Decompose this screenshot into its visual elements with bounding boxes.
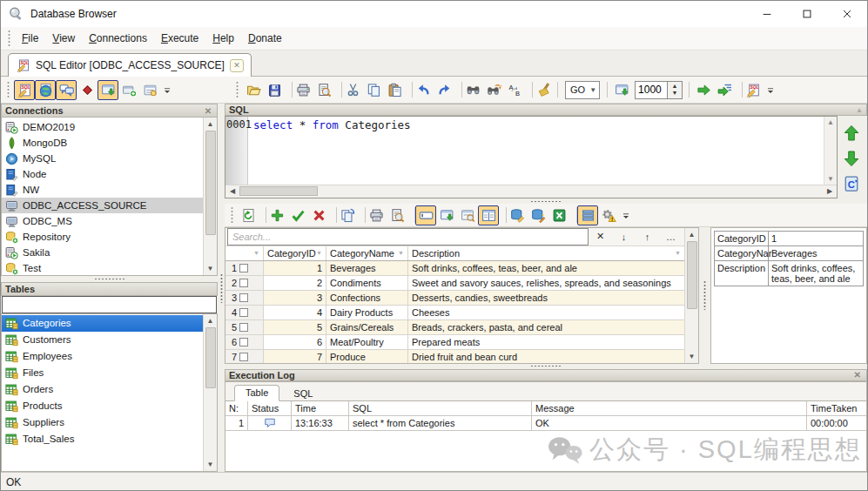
- row-checkbox[interactable]: [239, 308, 248, 317]
- print-preview-icon[interactable]: [313, 80, 334, 100]
- sql-editor-icon[interactable]: SQL: [14, 80, 35, 100]
- db-dump-icon[interactable]: [528, 205, 548, 225]
- row-checkbox[interactable]: [239, 264, 248, 272]
- close-icon[interactable]: ✕: [852, 370, 863, 380]
- execute-icon[interactable]: [693, 80, 714, 100]
- clean-broom-icon[interactable]: [533, 80, 554, 100]
- close-icon[interactable]: ✕: [203, 106, 213, 116]
- grid-row[interactable]: 4▶ 4 Dairy Products Cheeses: [225, 306, 684, 320]
- more-caret-icon[interactable]: [619, 205, 633, 225]
- editor-hscrollbar[interactable]: ◀ ▶: [225, 185, 837, 198]
- form-find-icon[interactable]: [457, 205, 478, 225]
- cell-categoryid[interactable]: 4: [264, 306, 326, 319]
- print-preview-icon[interactable]: [387, 205, 407, 225]
- find-next-icon[interactable]: [483, 80, 504, 100]
- cell-categoryname[interactable]: Grains/Cereals: [326, 320, 408, 334]
- grid-row[interactable]: 3▶ 3 Confections Desserts, candies, swee…: [225, 291, 684, 306]
- table-item[interactable]: Total_Sales: [2, 431, 203, 447]
- run-window-icon[interactable]: [611, 80, 632, 100]
- search-options-icon[interactable]: …: [659, 232, 683, 242]
- save-icon[interactable]: [264, 80, 285, 100]
- connections-scrollbar[interactable]: ▲ ▼: [203, 118, 217, 275]
- cell-description[interactable]: Soft drinks, coffees, teas, beer, and al…: [408, 261, 684, 275]
- column-header-categoryname[interactable]: CategoryName▼: [326, 246, 408, 260]
- vertical-splitter[interactable]: [218, 104, 225, 472]
- menu-item[interactable]: File: [15, 30, 45, 47]
- minimize-button[interactable]: [747, 1, 787, 27]
- row-checkbox[interactable]: [239, 293, 248, 302]
- textbox-icon[interactable]: [415, 205, 436, 225]
- move-up-icon[interactable]: [843, 124, 860, 142]
- cell-categoryid[interactable]: 5: [264, 320, 326, 334]
- menu-item[interactable]: View: [45, 30, 82, 47]
- execute-script-icon[interactable]: [714, 80, 735, 100]
- column-header-description[interactable]: Description▼: [408, 246, 684, 260]
- table-item[interactable]: Customers: [2, 332, 203, 348]
- connection-item[interactable]: Node: [2, 166, 203, 182]
- cell-description[interactable]: Dried fruit and bean curd: [408, 350, 684, 363]
- open-folder-icon[interactable]: [243, 80, 264, 100]
- table-filter-input[interactable]: [2, 296, 217, 313]
- table-item[interactable]: Suppliers: [2, 414, 203, 431]
- grid-row[interactable]: 5▶ 5 Grains/Cereals Breads, crackers, pa…: [225, 320, 684, 335]
- cell-description[interactable]: Prepared meats: [408, 335, 684, 349]
- table-item[interactable]: Employees: [2, 348, 203, 365]
- detail-row[interactable]: CategoryID 1: [715, 232, 863, 246]
- log-row[interactable]: 1 13:16:33 select * from Categories OK 0…: [225, 416, 866, 431]
- table-item[interactable]: Categories: [2, 315, 203, 332]
- connection-item[interactable]: MongoDB: [2, 135, 203, 151]
- paste-icon[interactable]: [384, 80, 405, 100]
- connection-item[interactable]: NW: [2, 182, 203, 198]
- cell-categoryname[interactable]: Beverages: [326, 261, 408, 275]
- grid-row[interactable]: 7▶ 7 Produce Dried fruit and bean curd: [225, 350, 684, 363]
- detail-row[interactable]: CategoryNar Beverages: [715, 246, 863, 261]
- move-down-icon[interactable]: [843, 150, 860, 167]
- cell-categoryname[interactable]: Produce: [326, 350, 408, 363]
- more-caret-icon[interactable]: [160, 80, 174, 100]
- log-tab[interactable]: SQL: [283, 387, 323, 401]
- breakpoint-icon[interactable]: [77, 80, 98, 100]
- connection-item[interactable]: MySQL: [2, 151, 203, 166]
- comments-icon[interactable]: [56, 80, 77, 100]
- sql-editor-icon[interactable]: SQL: [743, 80, 764, 100]
- search-input[interactable]: [227, 228, 589, 246]
- run-window-icon[interactable]: [98, 80, 118, 100]
- db-edit-icon[interactable]: [507, 205, 528, 225]
- search-clear-icon[interactable]: ✕: [589, 231, 612, 242]
- cell-categoryname[interactable]: Confections: [326, 291, 408, 305]
- panel-splitter[interactable]: [225, 198, 867, 205]
- redo-icon[interactable]: [434, 80, 454, 100]
- form-icon[interactable]: [139, 80, 160, 100]
- connection-item[interactable]: DEMO2019: [2, 119, 203, 135]
- cell-description[interactable]: Breads, crackers, pasta, and cereal: [408, 320, 684, 334]
- cell-categoryid[interactable]: 2: [264, 276, 326, 290]
- run-window-icon[interactable]: [436, 205, 457, 225]
- more-caret-icon[interactable]: [764, 80, 777, 100]
- cell-description[interactable]: Cheeses: [408, 306, 684, 319]
- connection-item[interactable]: Repository: [2, 229, 203, 245]
- tab-close-icon[interactable]: ✕: [230, 59, 244, 72]
- cell-categoryname[interactable]: Condiments: [326, 276, 408, 290]
- add-window-icon[interactable]: [118, 80, 139, 100]
- sql-editor[interactable]: 0001 select * from Categories ▲▼ ◀ ▶: [225, 116, 838, 198]
- cell-description[interactable]: Sweet and savory sauces, relishes, sprea…: [408, 276, 684, 290]
- panel-splitter[interactable]: [1, 276, 218, 282]
- replace-ab-icon[interactable]: AB: [504, 80, 525, 100]
- detail-row[interactable]: Description Soft drinks, coffees, teas, …: [715, 261, 863, 286]
- table-item[interactable]: Orders: [2, 381, 203, 398]
- add-icon[interactable]: [266, 205, 287, 225]
- close-button[interactable]: [827, 1, 867, 27]
- row-checkbox[interactable]: [239, 279, 248, 287]
- table-item[interactable]: Products: [2, 398, 203, 414]
- grid-view-icon[interactable]: [577, 205, 598, 225]
- undo-icon[interactable]: [413, 80, 434, 100]
- apply-icon[interactable]: [287, 205, 308, 225]
- spinner-arrows[interactable]: ▲▼: [668, 81, 683, 99]
- table-item[interactable]: Files: [2, 365, 203, 381]
- tables-scrollbar[interactable]: ▲ ▼: [203, 314, 217, 472]
- print-icon[interactable]: [293, 80, 313, 100]
- cell-categoryid[interactable]: 3: [264, 291, 326, 305]
- menu-item[interactable]: Donate: [241, 30, 289, 47]
- cell-categoryname[interactable]: Meat/Poultry: [326, 335, 408, 349]
- cell-categoryname[interactable]: Dairy Products: [326, 306, 408, 319]
